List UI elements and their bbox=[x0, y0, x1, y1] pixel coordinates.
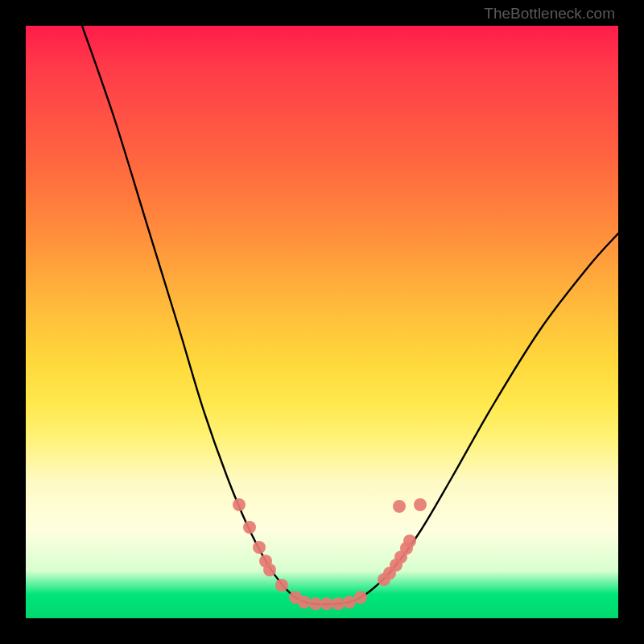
curve-marker bbox=[253, 541, 266, 554]
curve-marker bbox=[309, 597, 322, 610]
curve-marker bbox=[233, 498, 246, 511]
curve-marker bbox=[298, 596, 311, 609]
curve-marker bbox=[332, 597, 345, 610]
curve-marker bbox=[243, 521, 256, 534]
chart-plot-area bbox=[26, 26, 618, 618]
curve-marker bbox=[354, 591, 367, 604]
bottleneck-curve bbox=[82, 26, 618, 605]
curve-marker bbox=[343, 596, 356, 609]
chart-svg bbox=[26, 26, 618, 618]
curve-marker bbox=[403, 535, 416, 547]
curve-marker bbox=[414, 498, 427, 511]
curve-marker bbox=[393, 500, 406, 513]
watermark-text: TheBottleneck.com bbox=[484, 5, 615, 23]
curve-marker bbox=[275, 579, 288, 592]
curve-marker bbox=[320, 597, 333, 610]
chart-frame: TheBottleneck.com bbox=[0, 0, 644, 644]
curve-marker bbox=[263, 564, 276, 576]
